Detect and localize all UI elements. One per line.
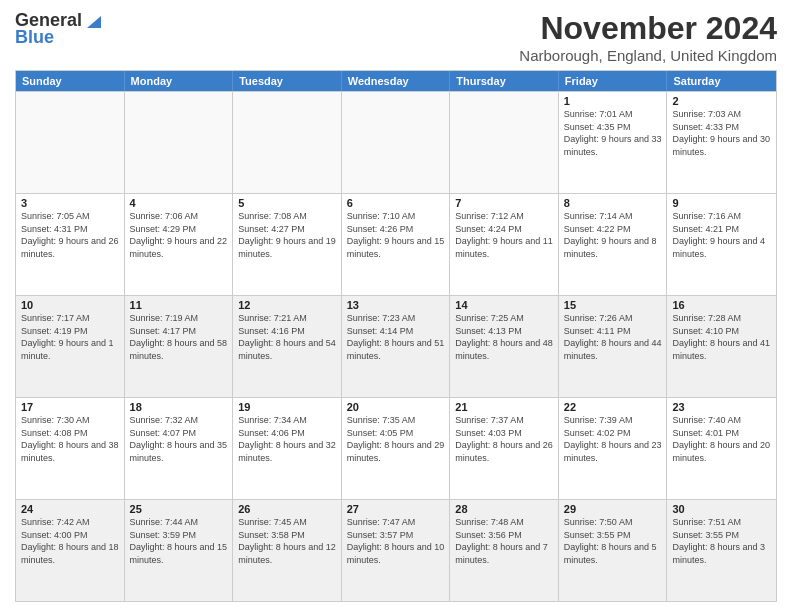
calendar-cell: 21Sunrise: 7:37 AM Sunset: 4:03 PM Dayli… [450, 398, 559, 499]
cell-info: Sunrise: 7:51 AM Sunset: 3:55 PM Dayligh… [672, 516, 771, 566]
calendar-cell: 10Sunrise: 7:17 AM Sunset: 4:19 PM Dayli… [16, 296, 125, 397]
calendar-cell: 17Sunrise: 7:30 AM Sunset: 4:08 PM Dayli… [16, 398, 125, 499]
cell-info: Sunrise: 7:44 AM Sunset: 3:59 PM Dayligh… [130, 516, 228, 566]
calendar-cell [233, 92, 342, 193]
calendar-cell: 12Sunrise: 7:21 AM Sunset: 4:16 PM Dayli… [233, 296, 342, 397]
logo: General Blue [15, 10, 103, 48]
cell-info: Sunrise: 7:16 AM Sunset: 4:21 PM Dayligh… [672, 210, 771, 260]
cell-info: Sunrise: 7:50 AM Sunset: 3:55 PM Dayligh… [564, 516, 662, 566]
calendar-cell: 7Sunrise: 7:12 AM Sunset: 4:24 PM Daylig… [450, 194, 559, 295]
day-number: 12 [238, 299, 336, 311]
cell-info: Sunrise: 7:23 AM Sunset: 4:14 PM Dayligh… [347, 312, 445, 362]
calendar-cell: 23Sunrise: 7:40 AM Sunset: 4:01 PM Dayli… [667, 398, 776, 499]
calendar-cell: 3Sunrise: 7:05 AM Sunset: 4:31 PM Daylig… [16, 194, 125, 295]
cell-info: Sunrise: 7:47 AM Sunset: 3:57 PM Dayligh… [347, 516, 445, 566]
day-number: 10 [21, 299, 119, 311]
calendar-cell: 16Sunrise: 7:28 AM Sunset: 4:10 PM Dayli… [667, 296, 776, 397]
calendar-cell: 27Sunrise: 7:47 AM Sunset: 3:57 PM Dayli… [342, 500, 451, 601]
day-number: 20 [347, 401, 445, 413]
calendar-cell: 13Sunrise: 7:23 AM Sunset: 4:14 PM Dayli… [342, 296, 451, 397]
calendar-cell: 15Sunrise: 7:26 AM Sunset: 4:11 PM Dayli… [559, 296, 668, 397]
calendar-week-3: 17Sunrise: 7:30 AM Sunset: 4:08 PM Dayli… [16, 397, 776, 499]
day-number: 15 [564, 299, 662, 311]
day-number: 1 [564, 95, 662, 107]
logo-blue: Blue [15, 27, 54, 48]
calendar-cell: 24Sunrise: 7:42 AM Sunset: 4:00 PM Dayli… [16, 500, 125, 601]
calendar-cell: 9Sunrise: 7:16 AM Sunset: 4:21 PM Daylig… [667, 194, 776, 295]
header-friday: Friday [559, 71, 668, 91]
day-number: 30 [672, 503, 771, 515]
day-number: 14 [455, 299, 553, 311]
calendar-cell: 25Sunrise: 7:44 AM Sunset: 3:59 PM Dayli… [125, 500, 234, 601]
day-number: 6 [347, 197, 445, 209]
calendar-cell: 1Sunrise: 7:01 AM Sunset: 4:35 PM Daylig… [559, 92, 668, 193]
cell-info: Sunrise: 7:28 AM Sunset: 4:10 PM Dayligh… [672, 312, 771, 362]
cell-info: Sunrise: 7:32 AM Sunset: 4:07 PM Dayligh… [130, 414, 228, 464]
day-number: 9 [672, 197, 771, 209]
day-number: 28 [455, 503, 553, 515]
cell-info: Sunrise: 7:17 AM Sunset: 4:19 PM Dayligh… [21, 312, 119, 362]
calendar-cell: 18Sunrise: 7:32 AM Sunset: 4:07 PM Dayli… [125, 398, 234, 499]
calendar: Sunday Monday Tuesday Wednesday Thursday… [15, 70, 777, 602]
cell-info: Sunrise: 7:37 AM Sunset: 4:03 PM Dayligh… [455, 414, 553, 464]
cell-info: Sunrise: 7:30 AM Sunset: 4:08 PM Dayligh… [21, 414, 119, 464]
day-number: 23 [672, 401, 771, 413]
calendar-cell: 22Sunrise: 7:39 AM Sunset: 4:02 PM Dayli… [559, 398, 668, 499]
calendar-week-4: 24Sunrise: 7:42 AM Sunset: 4:00 PM Dayli… [16, 499, 776, 601]
cell-info: Sunrise: 7:01 AM Sunset: 4:35 PM Dayligh… [564, 108, 662, 158]
calendar-cell: 11Sunrise: 7:19 AM Sunset: 4:17 PM Dayli… [125, 296, 234, 397]
cell-info: Sunrise: 7:06 AM Sunset: 4:29 PM Dayligh… [130, 210, 228, 260]
calendar-week-2: 10Sunrise: 7:17 AM Sunset: 4:19 PM Dayli… [16, 295, 776, 397]
day-number: 2 [672, 95, 771, 107]
cell-info: Sunrise: 7:08 AM Sunset: 4:27 PM Dayligh… [238, 210, 336, 260]
calendar-body: 1Sunrise: 7:01 AM Sunset: 4:35 PM Daylig… [16, 91, 776, 601]
header-thursday: Thursday [450, 71, 559, 91]
cell-info: Sunrise: 7:48 AM Sunset: 3:56 PM Dayligh… [455, 516, 553, 566]
calendar-cell: 14Sunrise: 7:25 AM Sunset: 4:13 PM Dayli… [450, 296, 559, 397]
calendar-week-1: 3Sunrise: 7:05 AM Sunset: 4:31 PM Daylig… [16, 193, 776, 295]
calendar-cell: 5Sunrise: 7:08 AM Sunset: 4:27 PM Daylig… [233, 194, 342, 295]
cell-info: Sunrise: 7:14 AM Sunset: 4:22 PM Dayligh… [564, 210, 662, 260]
day-number: 11 [130, 299, 228, 311]
day-number: 7 [455, 197, 553, 209]
calendar-cell: 20Sunrise: 7:35 AM Sunset: 4:05 PM Dayli… [342, 398, 451, 499]
svg-marker-0 [87, 16, 101, 28]
day-number: 16 [672, 299, 771, 311]
header-sunday: Sunday [16, 71, 125, 91]
cell-info: Sunrise: 7:03 AM Sunset: 4:33 PM Dayligh… [672, 108, 771, 158]
day-number: 13 [347, 299, 445, 311]
day-number: 27 [347, 503, 445, 515]
header: General Blue November 2024 Narborough, E… [15, 10, 777, 64]
day-number: 18 [130, 401, 228, 413]
calendar-cell: 28Sunrise: 7:48 AM Sunset: 3:56 PM Dayli… [450, 500, 559, 601]
day-number: 25 [130, 503, 228, 515]
calendar-cell: 2Sunrise: 7:03 AM Sunset: 4:33 PM Daylig… [667, 92, 776, 193]
day-number: 4 [130, 197, 228, 209]
cell-info: Sunrise: 7:12 AM Sunset: 4:24 PM Dayligh… [455, 210, 553, 260]
calendar-cell: 4Sunrise: 7:06 AM Sunset: 4:29 PM Daylig… [125, 194, 234, 295]
header-tuesday: Tuesday [233, 71, 342, 91]
calendar-header: Sunday Monday Tuesday Wednesday Thursday… [16, 71, 776, 91]
day-number: 17 [21, 401, 119, 413]
calendar-cell [450, 92, 559, 193]
cell-info: Sunrise: 7:19 AM Sunset: 4:17 PM Dayligh… [130, 312, 228, 362]
cell-info: Sunrise: 7:40 AM Sunset: 4:01 PM Dayligh… [672, 414, 771, 464]
cell-info: Sunrise: 7:45 AM Sunset: 3:58 PM Dayligh… [238, 516, 336, 566]
cell-info: Sunrise: 7:05 AM Sunset: 4:31 PM Dayligh… [21, 210, 119, 260]
cell-info: Sunrise: 7:42 AM Sunset: 4:00 PM Dayligh… [21, 516, 119, 566]
day-number: 8 [564, 197, 662, 209]
calendar-cell: 30Sunrise: 7:51 AM Sunset: 3:55 PM Dayli… [667, 500, 776, 601]
header-monday: Monday [125, 71, 234, 91]
day-number: 5 [238, 197, 336, 209]
day-number: 29 [564, 503, 662, 515]
cell-info: Sunrise: 7:21 AM Sunset: 4:16 PM Dayligh… [238, 312, 336, 362]
day-number: 24 [21, 503, 119, 515]
calendar-cell: 6Sunrise: 7:10 AM Sunset: 4:26 PM Daylig… [342, 194, 451, 295]
cell-info: Sunrise: 7:34 AM Sunset: 4:06 PM Dayligh… [238, 414, 336, 464]
page: General Blue November 2024 Narborough, E… [0, 0, 792, 612]
calendar-cell: 29Sunrise: 7:50 AM Sunset: 3:55 PM Dayli… [559, 500, 668, 601]
calendar-cell [16, 92, 125, 193]
day-number: 3 [21, 197, 119, 209]
logo-icon [85, 12, 103, 30]
calendar-cell: 19Sunrise: 7:34 AM Sunset: 4:06 PM Dayli… [233, 398, 342, 499]
